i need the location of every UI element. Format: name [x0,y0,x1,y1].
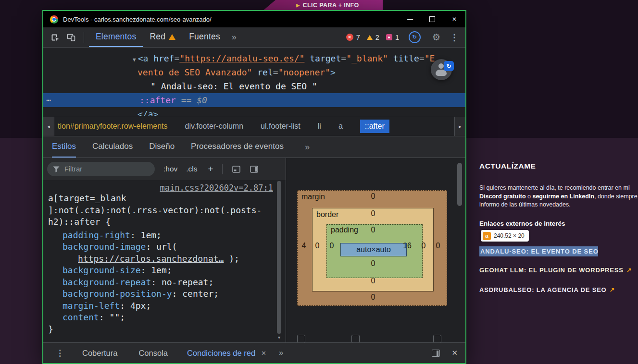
promo-ribbon[interactable]: ▶ CLIC PARA + INFO [263,0,383,11]
drawer-tab-network-conditions[interactable]: Condiciones de red [187,349,255,358]
drawer-tab-console[interactable]: Consola [138,349,168,358]
issues-icon[interactable] [386,34,392,40]
margin-right-value[interactable]: 0 [433,242,443,250]
asdrubalseo-link[interactable]: ASDRUBALSEO: LA AGENCIA DE SEO↗ [479,286,615,293]
drawer-peek-icon[interactable] [297,335,305,342]
tab-computed[interactable]: Calculados [92,136,133,158]
breadcrumb-item-ul[interactable]: ul.footer-list [261,122,300,131]
breadcrumb-item-section[interactable]: tion#primaryfooter.row-elements [58,122,168,131]
profile-sync-fab[interactable]: ↻ [431,59,452,80]
rendering-emulation-icon[interactable] [232,166,240,173]
css-property-name[interactable]: background-position-y [63,289,172,299]
css-property-name[interactable]: background-size [63,265,141,275]
drawer-tab-coverage[interactable]: Cobertura [82,349,117,358]
margin-left-value[interactable]: 4 [299,242,309,250]
discord-link[interactable]: Discord gratuito [479,193,526,200]
dom-node-open-tag[interactable]: ▼<a href="https://andalu-seo.es/" target… [43,51,465,65]
devtools-menu-icon[interactable]: ⋮ [450,32,459,43]
breadcrumb-scroll-right[interactable]: ▸ [454,117,465,136]
minimize-button[interactable]: — [399,11,421,27]
close-drawer-icon[interactable]: ✕ [451,349,458,357]
css-property-value[interactable]: url( [156,242,177,252]
new-style-rule-button[interactable]: + [208,164,213,174]
tab-styles[interactable]: Estilos [52,136,76,158]
padding-left-value[interactable]: 0 [326,242,337,250]
dom-node-open-tag-wrap[interactable]: vento de SEO Avanzado" rel="noopener"> [43,65,465,79]
attr-value-link[interactable]: "https://andalu-seo.es/" [179,53,304,63]
inspect-element-icon[interactable] [50,33,60,42]
computed-sidebar-toggle-icon[interactable] [250,166,258,173]
css-url-link[interactable]: https://carlos.sanchezdonat… [78,254,224,264]
padding-top-value[interactable]: 0 [368,226,378,234]
error-count[interactable]: 7 [356,34,360,41]
css-property-value[interactable]: no-repeat; [162,277,213,287]
border-bottom-value[interactable]: 0 [368,277,378,285]
css-property-value[interactable]: center; [182,289,219,299]
border-top-value[interactable]: 0 [368,209,378,218]
breadcrumb-item-div[interactable]: div.footer-column [185,122,244,131]
margin-bottom-value[interactable]: 0 [368,293,378,302]
more-tabs-icon[interactable]: » [232,32,237,42]
margin-top-value[interactable]: 0 [368,192,378,201]
css-property-name[interactable]: margin-left [63,301,120,311]
device-toolbar-icon[interactable] [66,33,76,42]
tab-layout[interactable]: Diseño [149,136,175,158]
settings-gear-icon[interactable]: ⚙ [432,32,440,43]
collapse-arrow-icon[interactable]: ▼ [133,57,136,63]
sync-refresh-icon[interactable]: ↻ [409,31,421,43]
css-property-value[interactable]: ""; [110,312,125,322]
dock-panel-icon[interactable] [432,350,440,357]
breadcrumb-item-after-selected[interactable]: ::after [360,120,389,133]
more-tabs-icon[interactable]: » [305,142,310,152]
tab-network[interactable]: Red [143,27,182,47]
maximize-button[interactable] [421,11,443,27]
warning-icon[interactable] [367,35,373,40]
dom-text-node[interactable]: " Andalu-seo: El evento de SEO " [43,79,465,93]
css-property-name[interactable]: padding-right [63,230,130,240]
css-selector-line[interactable]: a[target=_blank [48,193,286,205]
css-property-value[interactable]: 1em; [151,265,172,275]
stylesheet-source-link[interactable]: main.css?202602v=2.87:1 [160,183,273,193]
element-classes-button[interactable]: .cls [186,165,197,173]
issues-count[interactable]: 1 [395,34,399,41]
geohat-link[interactable]: GEOHAT LLM: EL PLUGIN DE WORDPRESS↗ [479,267,632,274]
drawer-menu-icon[interactable]: ⋮ [56,348,64,358]
more-drawer-tabs-icon[interactable]: » [279,348,283,358]
warning-count[interactable]: 2 [375,34,379,41]
styles-scrollbar[interactable] [277,181,281,334]
css-selector-line[interactable]: ]:not(.cta):not(.rrss-vector):not(.posts… [48,205,286,217]
css-selector-line[interactable]: h2)::after { [48,216,286,228]
padding-bottom-value[interactable]: 0 [368,259,378,268]
breadcrumb-scroll-left[interactable]: ◂ [43,117,54,136]
drawer-peek-icon[interactable] [351,335,360,342]
padding-right-value[interactable]: 16 [402,242,413,250]
breadcrumb-item-a[interactable]: a [338,122,343,131]
tab-event-listeners[interactable]: Procesadores de eventos [191,136,284,158]
css-property-name[interactable]: background-repeat [63,277,151,287]
linkedin-link[interactable]: seguirme en LinkedIn [532,193,594,200]
css-property-value[interactable]: 4px; [130,301,151,311]
box-model-content[interactable]: auto×auto [340,243,407,256]
box-model-margin[interactable]: margin 0 0 0 0 0 0 4 0 0 16 0 0 border p… [297,190,447,306]
styles-filter-input[interactable] [63,165,149,173]
styles-filter[interactable] [47,162,155,176]
dom-node-selected-pseudo[interactable]: ⋯::after == $0 [43,93,465,107]
border-right-value[interactable]: 0 [418,242,429,250]
toggle-element-state-button[interactable]: :hov [163,165,177,173]
tab-sources[interactable]: Fuentes [182,27,227,47]
breadcrumb-item-li[interactable]: li [318,122,321,131]
tab-elements[interactable]: Elementos [89,27,143,47]
css-property-name[interactable]: content [63,312,99,322]
css-property-name[interactable]: background-image [63,242,146,252]
box-model-scrollbar[interactable] [457,163,462,206]
close-button[interactable]: ✕ [443,11,465,27]
more-actions-icon[interactable]: ⋯ [46,93,50,107]
devtools-titlebar[interactable]: DevTools - carlos.sanchezdonate.com/seo-… [43,11,465,27]
css-property-value[interactable]: 1em; [141,230,162,240]
border-left-value[interactable]: 0 [312,242,323,250]
error-icon[interactable]: ✕ [346,34,353,41]
close-tab-icon[interactable]: ✕ [261,350,266,357]
drawer-peek-icon[interactable] [433,335,441,342]
scrollbar-down-arrow[interactable]: ▾ [277,335,281,340]
andalu-seo-link[interactable]: ANDALU-SEO: EL EVENTO DE SEO [479,246,598,256]
